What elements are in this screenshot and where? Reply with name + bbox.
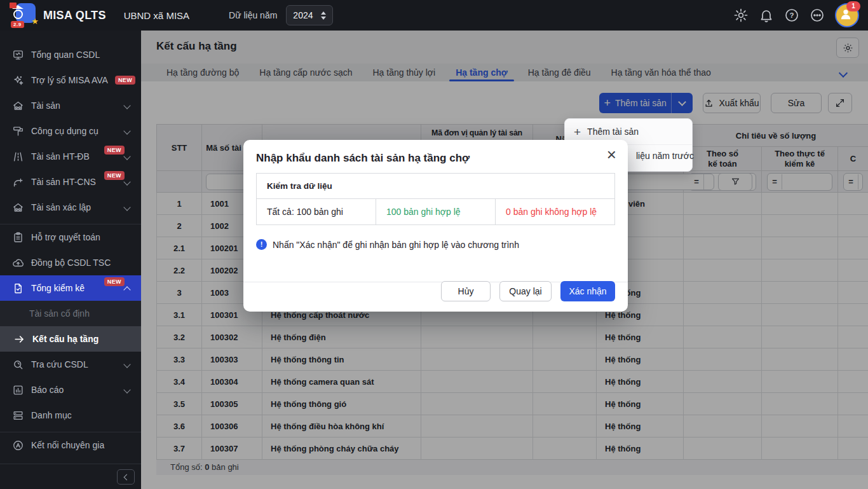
sidebar-item-label: Công cụ dụng cụ — [31, 126, 98, 136]
chart-icon — [11, 383, 24, 396]
notification-count-badge: 1 — [846, 1, 860, 11]
new-badge: NEW — [104, 277, 125, 286]
sidebar-item-label: Hỗ trợ quyết toán — [31, 232, 100, 242]
chevron-icon — [123, 102, 130, 109]
sidebar-item-label: Tài sản HT-ĐB — [31, 151, 90, 162]
sidebar-item-label: Tổng kiểm kê — [31, 283, 85, 293]
list-icon — [11, 409, 24, 422]
sparkles-icon — [11, 74, 24, 86]
plus-icon: + — [574, 126, 581, 138]
chevron-left-icon — [123, 474, 130, 480]
valid-records-cell: 100 bản ghi hợp lệ — [376, 199, 496, 224]
search-icon — [11, 358, 24, 371]
chevron-icon — [123, 178, 130, 185]
sidebar-item-label: Danh mục — [31, 410, 72, 420]
sidebar-item-label: Trợ lý số MISA AVA — [31, 75, 108, 85]
sidebar-item-tai-san-ht-cns[interactable]: Tài sản HT-CNS NEW — [0, 169, 141, 195]
chevron-icon — [123, 127, 130, 134]
sidebar: Tổng quan CSDL Trợ lý số MISA AVA NEW Tà… — [0, 31, 141, 489]
year-select[interactable]: 2024 — [286, 5, 332, 25]
sidebar-item-tro-ly-so-misa-ava[interactable]: Trợ lý số MISA AVA NEW — [0, 67, 141, 93]
arrow-right-icon — [13, 333, 25, 345]
info-icon: ! — [256, 239, 267, 250]
new-badge: NEW — [115, 76, 135, 85]
expert-icon — [11, 439, 24, 451]
chevron-icon — [123, 203, 130, 210]
sidebar-item-danh-muc[interactable]: Danh mục — [0, 403, 141, 428]
roller-icon — [11, 125, 24, 137]
import-modal: Nhập khẩu danh sách tài sản hạ tầng chợ … — [243, 140, 628, 312]
chevron-icon — [123, 361, 130, 368]
sidebar-item-tong-kiem-ke[interactable]: Tổng kiểm kê NEW — [0, 275, 141, 301]
organization-name: UBND xã MISA — [124, 10, 189, 21]
modal-title: Nhập khẩu danh sách tài sản hạ tầng chợ — [256, 152, 470, 165]
sidebar-subitem-ket-cau-ha-tang[interactable]: Kết cấu hạ tầng — [0, 326, 141, 352]
sidebar-item-tong-quan-csdl[interactable]: Tổng quan CSDL — [0, 42, 141, 67]
sidebar-item-bao-cao[interactable]: Báo cáo — [0, 377, 141, 403]
sidebar-item-tra-cuu-csdl[interactable]: Tra cứu CSDL — [0, 352, 141, 377]
sidebar-item-tai-san-ht-db[interactable]: Tài sản HT-ĐB NEW — [0, 144, 141, 169]
more-options-icon[interactable] — [810, 8, 825, 23]
chevron-icon — [123, 286, 130, 293]
chevron-icon — [123, 153, 130, 160]
sidebar-collapse-bar — [0, 464, 141, 489]
sidebar-item-label: Tài sản — [31, 100, 60, 111]
sidebar-item-tai-san[interactable]: Tài sản — [0, 93, 141, 118]
version-badge: 2.9 — [11, 21, 24, 28]
year-label: Dữ liệu năm — [229, 10, 277, 20]
collapse-sidebar-button[interactable] — [117, 469, 135, 485]
sidebar-item-label: Kết nối chuyên gia — [31, 440, 104, 450]
sidebar-item-label: Tài sản xác lập — [31, 202, 91, 212]
cloud-icon — [11, 256, 24, 269]
data-check-table: Kiểm tra dữ liệu Tất cả: 100 bản ghi 100… — [256, 173, 615, 225]
star-icon: ★ — [31, 17, 39, 25]
flag-icon — [10, 3, 17, 8]
app-logo: ★ 2.9 — [8, 3, 37, 28]
year-value: 2024 — [293, 10, 313, 20]
sidebar-item-dong-bo-csdl-tsc[interactable]: Đồng bộ CSDL TSC — [0, 250, 141, 275]
cancel-button[interactable]: Hủy — [441, 281, 491, 301]
sidebar-item-tai-san-xac-lap[interactable]: Tài sản xác lập — [0, 195, 141, 220]
sidebar-item-cong-cu-dung-cu[interactable]: Công cụ dụng cụ — [0, 118, 141, 144]
pipe-icon — [11, 176, 24, 188]
modal-actions: Hủy Quay lại Xác nhận — [441, 281, 615, 301]
sidebar-nav: Tổng quan CSDL Trợ lý số MISA AVA NEW Tà… — [0, 31, 141, 458]
topbar: ★ 2.9 MISA QLTS UBND xã MISA Dữ liệu năm… — [0, 0, 868, 31]
sidebar-item-label: Tài sản cố định — [29, 308, 90, 319]
sidebar-item-label: Tổng quan CSDL — [31, 50, 100, 60]
chevron-icon — [123, 386, 130, 393]
back-button[interactable]: Quay lại — [499, 281, 552, 301]
notifications-bell-icon[interactable] — [759, 8, 774, 23]
settings-gear-icon[interactable] — [733, 8, 749, 23]
confirm-button[interactable]: Xác nhận — [560, 281, 615, 301]
sidebar-item-label: Tài sản HT-CNS — [31, 177, 96, 187]
svg-text:?: ? — [789, 11, 794, 19]
clipboard-icon — [11, 231, 24, 244]
sidebar-item-label: Tra cứu CSDL — [31, 359, 88, 369]
sidebar-item-label: Kết cấu hạ tầng — [32, 334, 98, 344]
home-icon — [11, 99, 24, 112]
check-table-header: Kiểm tra dữ liệu — [257, 174, 614, 199]
close-icon[interactable]: × — [607, 146, 616, 163]
stepper-icon[interactable] — [321, 11, 326, 20]
home-icon — [11, 201, 24, 214]
modal-note: ! Nhấn "Xác nhận" để ghi nhận bản ghi hợ… — [256, 239, 519, 250]
new-badge: NEW — [104, 171, 125, 180]
sidebar-subitem-tai-san-co-dinh[interactable]: Tài sản cố định — [0, 301, 141, 326]
app-window: ★ 2.9 MISA QLTS UBND xã MISA Dữ liệu năm… — [0, 0, 868, 489]
new-badge: NEW — [104, 146, 125, 155]
sidebar-item-label: Báo cáo — [31, 385, 64, 395]
sidebar-item-ket-noi-chuyen-gia[interactable]: Kết nối chuyên gia — [0, 432, 141, 458]
app-title: MISA QLTS — [43, 9, 106, 22]
help-icon[interactable]: ? — [784, 8, 799, 23]
sidebar-item-ho-tro-quyet-toan[interactable]: Hỗ trợ quyết toán — [0, 224, 141, 250]
invalid-records-cell: 0 bản ghi không hợp lệ — [496, 199, 614, 224]
all-records-cell: Tất cả: 100 bản ghi — [257, 199, 376, 224]
sidebar-item-label: Đồng bộ CSDL TSC — [31, 258, 111, 268]
road-icon — [11, 150, 24, 163]
topbar-actions: ? 1 — [733, 3, 868, 27]
monitor-icon — [11, 48, 24, 61]
doc-check-icon — [11, 282, 24, 294]
user-avatar[interactable]: 1 — [835, 3, 859, 27]
